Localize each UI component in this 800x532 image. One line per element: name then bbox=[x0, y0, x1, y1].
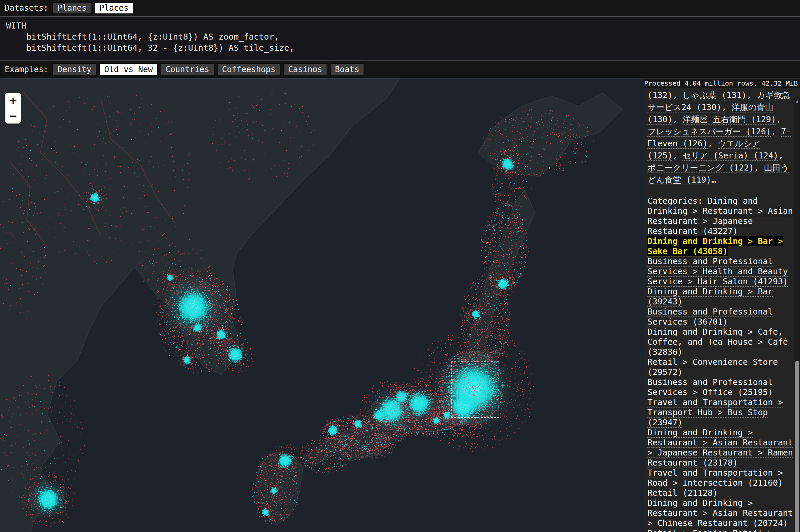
top-name-link[interactable]: フレッシュネスバーガー (126) bbox=[648, 127, 771, 136]
category-row: Dining and Drinking > Bar > Sake Bar (43… bbox=[648, 236, 793, 256]
map-selection-box[interactable] bbox=[451, 361, 499, 418]
example-button-density[interactable]: Density bbox=[52, 63, 96, 76]
category-link[interactable]: Retail > Convenience Store (29572) bbox=[648, 357, 778, 377]
examples-label: Examples: bbox=[5, 65, 48, 74]
category-link[interactable]: Travel and Transportation > Transport Hu… bbox=[648, 397, 783, 427]
main-area: + − 日立市東京都 Processed 4.04 million rows, … bbox=[0, 78, 800, 532]
map-zoom-in-button[interactable]: + bbox=[5, 93, 21, 108]
category-row: Dining and Drinking > Bar (39243) bbox=[648, 287, 793, 307]
category-row: Categories: Dining and Drinking > Restau… bbox=[648, 196, 793, 236]
top-name-link[interactable]: ポニークリーニング (122) bbox=[648, 163, 754, 172]
dataset-button-places[interactable]: Places bbox=[94, 2, 134, 14]
top-name-link[interactable]: しゃぶ葉 (131) bbox=[683, 90, 747, 100]
example-button-old-vs-new[interactable]: Old vs New bbox=[99, 63, 158, 76]
category-link[interactable]: Travel and Transportation > Road > Inter… bbox=[648, 468, 783, 488]
category-link[interactable]: Dining and Drinking > Bar (39243) bbox=[648, 287, 773, 306]
category-row: Business and Professional Services (3670… bbox=[648, 307, 793, 327]
category-link[interactable]: Business and Professional Services > Off… bbox=[648, 377, 773, 397]
sql-line: bitShiftLeft(1::UInt64, 32 - {z:UInt8}) … bbox=[6, 42, 800, 53]
sql-line: bitShiftLeft(1::UInt64, {z:UInt8}) AS zo… bbox=[6, 31, 800, 42]
results-list: (132), しゃぶ葉 (131), カギ救急サービス24 (130), 洋服の… bbox=[648, 89, 793, 532]
category-row: Retail > Fashion Retail > Clothing Store… bbox=[648, 528, 793, 532]
map-place-label: 日立市 bbox=[476, 348, 502, 359]
category-row: Retail (21128) bbox=[648, 488, 793, 498]
category-link[interactable]: Business and Professional Services (3670… bbox=[648, 307, 773, 327]
app-root: Datasets: PlanesPlaces WITH bitShiftLeft… bbox=[0, 0, 800, 532]
dataset-button-group: PlanesPlaces bbox=[52, 2, 133, 14]
category-row: Dining and Drinking > Cafe, Coffee, and … bbox=[648, 327, 793, 357]
category-row: Retail > Convenience Store (29572) bbox=[648, 357, 793, 377]
top-names-block: (132), しゃぶ葉 (131), カギ救急サービス24 (130), 洋服の… bbox=[648, 89, 793, 186]
results-scroll-area: (132), しゃぶ葉 (131), カギ救急サービス24 (130), 洋服の… bbox=[644, 88, 800, 532]
query-status: Processed 4.04 million rows, 42.32 MiB bbox=[644, 78, 800, 88]
category-link[interactable]: Dining and Drinking > Cafe, Coffee, and … bbox=[648, 327, 788, 357]
scrollbar-thumb[interactable] bbox=[795, 361, 799, 532]
categories-block: Categories: Dining and Drinking > Restau… bbox=[648, 196, 793, 532]
sql-editor[interactable]: WITH bitShiftLeft(1::UInt64, {z:UInt8}) … bbox=[0, 17, 800, 61]
category-row: Dining and Drinking > Restaurant > Asian… bbox=[648, 428, 793, 468]
sql-line: WITH bbox=[6, 20, 800, 31]
category-row: Business and Professional Services > Off… bbox=[648, 377, 793, 397]
category-row: Travel and Transportation > Transport Hu… bbox=[648, 397, 793, 428]
top-name-link[interactable]: (132) bbox=[648, 90, 673, 100]
example-button-countries[interactable]: Countries bbox=[161, 63, 214, 76]
category-row: Business and Professional Services > Hea… bbox=[648, 256, 793, 287]
map-zoom-control: + − bbox=[5, 93, 21, 124]
top-name-link[interactable]: セリア (Seria) (124) bbox=[683, 151, 779, 160]
scroll-up-arrow[interactable]: ▲ bbox=[794, 97, 800, 105]
results-panel: Processed 4.04 million rows, 42.32 MiB (… bbox=[644, 78, 800, 532]
top-name-link[interactable]: 洋麺屋 五右衛門 (129) bbox=[683, 114, 776, 124]
map[interactable]: + − 日立市東京都 bbox=[0, 78, 644, 532]
map-zoom-out-button[interactable]: − bbox=[5, 108, 21, 124]
example-button-boats[interactable]: Boats bbox=[330, 63, 364, 76]
sidebar-scrollbar[interactable]: ▲ bbox=[794, 97, 800, 532]
examples-bar: Examples: DensityOld vs NewCountriesCoff… bbox=[0, 61, 800, 78]
dataset-button-planes[interactable]: Planes bbox=[52, 2, 92, 14]
categories-label: Categories: bbox=[648, 196, 708, 206]
category-link[interactable]: Dining and Drinking > Restaurant > Asian… bbox=[648, 498, 793, 528]
category-link-selected[interactable]: Dining and Drinking > Bar > Sake Bar (43… bbox=[648, 236, 783, 256]
example-button-casinos[interactable]: Casinos bbox=[283, 63, 327, 76]
category-link[interactable]: Dining and Drinking > Restaurant > Asian… bbox=[648, 428, 793, 468]
category-link[interactable]: Retail (21128) bbox=[648, 488, 718, 498]
category-row: Travel and Transportation > Road > Inter… bbox=[648, 468, 793, 488]
map-canvas[interactable] bbox=[0, 78, 644, 532]
example-button-group: DensityOld vs NewCountriesCoffeeshopsCas… bbox=[52, 63, 364, 76]
datasets-label: Datasets: bbox=[5, 3, 48, 13]
example-button-coffeeshops[interactable]: Coffeeshops bbox=[217, 63, 280, 76]
category-row: Dining and Drinking > Restaurant > Asian… bbox=[648, 498, 793, 528]
category-link[interactable]: Retail > Fashion Retail > Clothing Store… bbox=[648, 528, 773, 532]
category-link[interactable]: Business and Professional Services > Hea… bbox=[648, 256, 788, 286]
datasets-bar: Datasets: PlanesPlaces bbox=[0, 0, 800, 17]
